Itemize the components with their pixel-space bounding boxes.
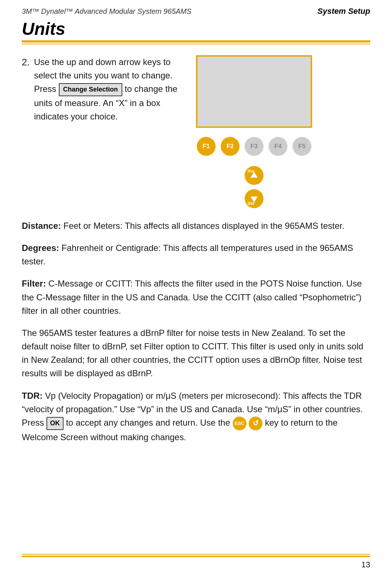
footer-line-top [22, 554, 370, 555]
page-title: Units [22, 20, 370, 39]
change-selection-button[interactable]: Change Selection [59, 83, 122, 96]
header-section-title: System Setup [318, 7, 371, 16]
degrees-bold: Degrees: [22, 243, 59, 253]
fkey-f1[interactable]: F1 [197, 137, 216, 156]
undo-key[interactable]: ↺ [249, 417, 262, 430]
degrees-text: Fahrenheit or Centigrade: This affects a… [22, 243, 353, 266]
fkey-f3[interactable]: F3 [245, 137, 264, 156]
ok-button[interactable]: OK [46, 417, 64, 430]
function-keys-row: F1 F2 F3 F4 F5 [197, 137, 311, 156]
step-number: 2. [22, 55, 30, 69]
arrow-keys-group: ins del [245, 166, 264, 208]
page-number: 13 [22, 557, 370, 569]
tdr-bold: TDR: [22, 391, 42, 401]
distance-text: Feet or Meters: This affects all distanc… [61, 221, 344, 231]
tdr-paragraph: TDR: Vp (Velocity Propagation) or m/μS (… [22, 389, 370, 444]
fkey-f4[interactable]: F4 [269, 137, 287, 156]
step-2-text-col: 2. Use the up and down arrow keys to sel… [22, 55, 178, 208]
page-header: 3M™ Dynatel™ Advanced Modular System 965… [0, 0, 392, 16]
up-arrow-key[interactable]: ins [245, 166, 264, 185]
distance-bold: Distance: [22, 221, 61, 231]
main-content: 2. Use the up and down arrow keys to sel… [0, 44, 392, 444]
step-2-row: 2. Use the up and down arrow keys to sel… [22, 55, 370, 208]
esc-key[interactable]: ESC [233, 417, 246, 430]
device-illustration-col: F1 F2 F3 F4 F5 [192, 55, 316, 208]
filter-bold: Filter: [22, 279, 46, 288]
ins-label: ins [248, 168, 254, 174]
title-section: Units [0, 16, 392, 44]
fkey-f5[interactable]: F5 [293, 137, 311, 156]
del-label: del [248, 200, 254, 206]
header-product-name: 3M™ Dynatel™ Advanced Modular System 965… [22, 7, 191, 16]
nz-paragraph: The 965AMS tester features a dBrnP filte… [22, 326, 370, 380]
filter-text: C-Message or CCITT: This affects the fil… [22, 279, 362, 315]
page-footer: 13 [0, 554, 392, 569]
distance-paragraph: Distance: Feet or Meters: This affects a… [22, 219, 370, 232]
tdr-text-between: to accept any changes and return. Use th… [66, 418, 230, 427]
page-wrapper: 3M™ Dynatel™ Advanced Modular System 965… [0, 0, 392, 584]
nz-text: The 965AMS tester features a dBrnP filte… [22, 328, 363, 378]
device-screen [196, 55, 312, 128]
title-underline-thick [22, 40, 370, 42]
step-2-text: Use the up and down arrow keys to select… [34, 55, 178, 123]
degrees-paragraph: Degrees: Fahrenheit or Centigrade: This … [22, 241, 370, 268]
filter-paragraph: Filter: C-Message or CCITT: This affects… [22, 277, 370, 317]
fkey-f2[interactable]: F2 [221, 137, 240, 156]
down-arrow-key[interactable]: del [245, 189, 264, 208]
